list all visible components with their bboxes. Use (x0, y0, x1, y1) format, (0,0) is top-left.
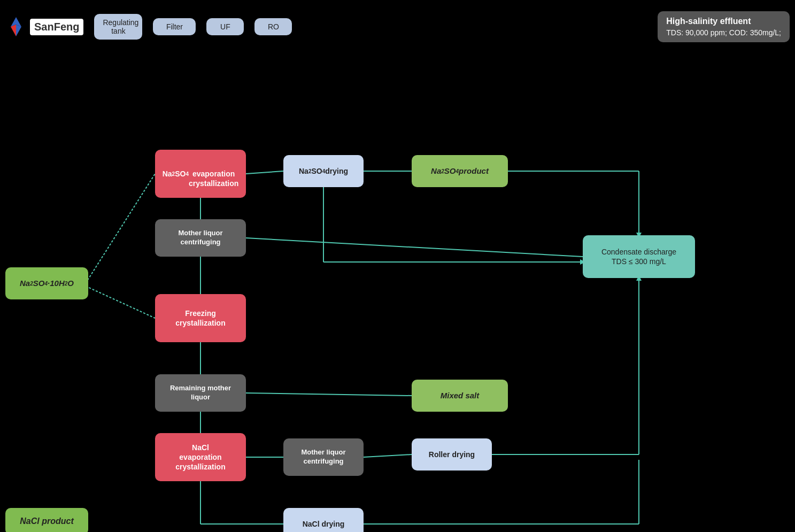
nacl-drying-box: NaCl drying (283, 508, 364, 532)
mixed-salt-box: Mixed salt (412, 380, 508, 412)
na2so4-evap-box: Na2SO4evaporationcrystallization (155, 150, 246, 198)
nav-regulating-tank[interactable]: Regulating tank (94, 14, 142, 40)
nav-uf[interactable]: UF (206, 18, 244, 35)
logo-icon (5, 16, 27, 37)
high-salinity-title: High-salinity effluent (666, 17, 781, 26)
logo-text: SanFeng (30, 19, 83, 35)
header: SanFeng Regulating tank Filter UF RO Hig… (5, 5, 790, 48)
flow-svg (0, 59, 795, 532)
high-salinity-details: TDS: 90,000 ppm; COD: 350mg/L; (666, 28, 781, 37)
svg-line-8 (246, 238, 583, 257)
svg-line-16 (246, 393, 412, 396)
freezing-crystallization-box: Freezingcrystallization (155, 294, 246, 342)
nav-filter[interactable]: Filter (153, 18, 196, 35)
roller-drying-box: Roller drying (412, 438, 492, 471)
nacl-product-label: NaCl product (5, 508, 88, 532)
na2so4-product-box: Na2SO4 product (412, 155, 508, 187)
svg-line-27 (86, 286, 155, 318)
svg-line-26 (86, 174, 155, 283)
svg-line-3 (246, 171, 283, 174)
condensate-discharge-box: Condensate dischargeTDS ≤ 300 mg/L (583, 235, 695, 278)
nav-ro[interactable]: RO (254, 18, 292, 35)
logo-area: SanFeng (5, 16, 83, 37)
svg-line-20 (364, 454, 412, 457)
nacl-evap-box: NaClevaporationcrystallization (155, 433, 246, 481)
mother-liquor-centrifuge-2-box: Mother liquorcentrifuging (283, 438, 364, 476)
na2so4-10h2o-label: Na2SO4 ·10H2O (5, 267, 88, 299)
mother-liquor-centrifuge-1-box: Mother liquorcentrifuging (155, 219, 246, 257)
remaining-mother-liquor-box: Remaining motherliquor (155, 374, 246, 412)
high-salinity-box: High-salinity effluent TDS: 90,000 ppm; … (658, 11, 790, 42)
na2so4-drying-box: Na2SO4 drying (283, 155, 364, 187)
diagram: Na2SO4 ·10H2O NaCl product Na2SO4evapora… (0, 59, 795, 532)
